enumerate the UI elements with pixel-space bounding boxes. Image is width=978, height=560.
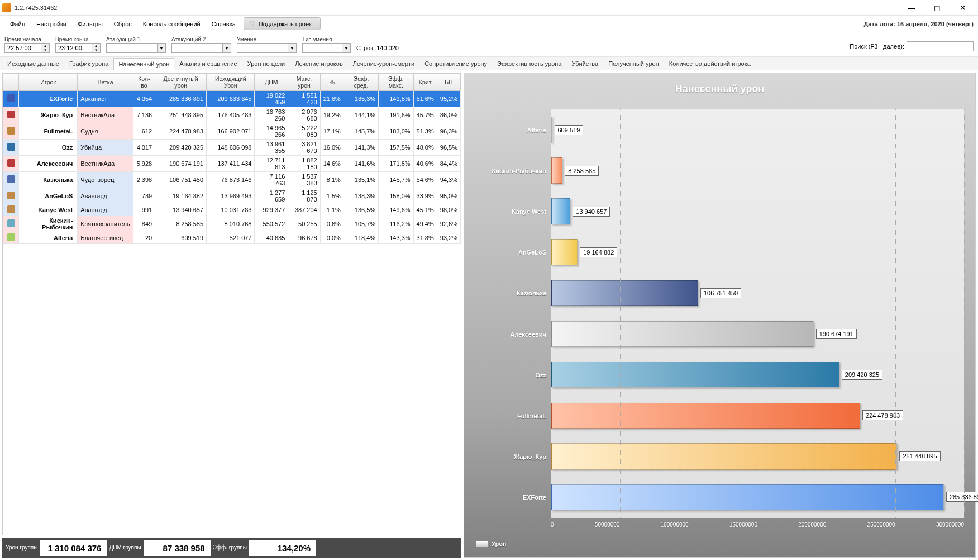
- attacker2-input[interactable]: [172, 44, 222, 52]
- table-row[interactable]: OzzУбийца4 017209 420 325148 606 09813 9…: [3, 140, 461, 156]
- skilltype-combo[interactable]: ▼: [302, 43, 351, 53]
- cell-max: 1 882 180: [288, 156, 320, 172]
- chart-ylabel: Жарю_Кур: [464, 437, 551, 477]
- chevron-down-icon[interactable]: ▼: [342, 44, 350, 52]
- cell-effmax: 157,5%: [379, 140, 413, 156]
- time-end-label: Время конца: [55, 36, 101, 42]
- col-header[interactable]: Игрок: [19, 74, 78, 91]
- attacker1-combo[interactable]: ▼: [106, 43, 166, 53]
- table-row[interactable]: Кискин-РыбочкинКлятвохранитель8498 258 5…: [3, 216, 461, 232]
- cell-effmax: 116,2%: [379, 216, 413, 232]
- cell-crit: 54,6%: [413, 172, 437, 188]
- cell-effmax: 145,7%: [379, 172, 413, 188]
- maximize-button[interactable]: ◻: [924, 0, 950, 16]
- tab-2[interactable]: Нанесенный урон: [113, 58, 174, 70]
- col-header[interactable]: Достигнутый урон: [155, 74, 207, 91]
- chart-xtick: 300000000: [936, 521, 964, 530]
- time-start-field[interactable]: [5, 44, 41, 52]
- cell-max: 3 821 670: [288, 140, 320, 156]
- class-icon: [7, 192, 15, 199]
- chart-bar: [551, 117, 552, 143]
- chevron-down-icon[interactable]: ▼: [157, 44, 165, 52]
- col-header[interactable]: Эфф. макс.: [379, 74, 413, 91]
- cell-branch: Чудотворец: [78, 172, 133, 188]
- table-row[interactable]: AnGeLoSАвангард73919 164 88213 969 4931 …: [3, 188, 461, 204]
- cell-reached: 609 519: [155, 232, 207, 244]
- attacker1-label: Атакующий 1: [106, 36, 166, 42]
- cell-reached: 106 751 450: [155, 172, 207, 188]
- cell-max: 1 537 380: [288, 172, 320, 188]
- cell-pct: 14,6%: [320, 156, 344, 172]
- cell-outgoing: 137 411 434: [207, 156, 255, 172]
- tab-4[interactable]: Урон по цели: [242, 58, 290, 70]
- tab-3[interactable]: Анализ и сравнение: [174, 58, 242, 70]
- menu-Справка[interactable]: Справка: [206, 17, 241, 31]
- table-row[interactable]: FullmetaLСудья612224 478 983166 902 0711…: [3, 123, 461, 140]
- col-header[interactable]: БП: [437, 74, 460, 91]
- tab-11[interactable]: Количество действий игрока: [664, 58, 756, 70]
- chevron-down-icon[interactable]: ▼: [288, 44, 296, 52]
- cell-bp: 98,0%: [437, 204, 460, 216]
- cell-effavg: 135,1%: [344, 172, 378, 188]
- skill-input[interactable]: [237, 44, 288, 52]
- group-dpm-label: ДПМ группы: [109, 545, 141, 551]
- menu-Файл[interactable]: Файл: [4, 17, 31, 31]
- log-date: Дата лога: 16 апреля, 2020 (четверг): [863, 21, 974, 27]
- chart-bar-label: 106 751 450: [700, 288, 741, 298]
- col-header[interactable]: Кол-во: [133, 74, 155, 91]
- cell-pct: 1,5%: [320, 188, 344, 204]
- spin-up-icon[interactable]: ▲: [41, 44, 49, 48]
- table-row[interactable]: АлексеевичВестникАда5 928190 674 191137 …: [3, 156, 461, 172]
- chevron-down-icon[interactable]: ▼: [222, 44, 231, 52]
- menu-Фильтры[interactable]: Фильтры: [72, 17, 108, 31]
- menu-Консоль сообщений[interactable]: Консоль сообщений: [137, 17, 206, 31]
- time-start-input[interactable]: ▲▼: [4, 43, 50, 53]
- spin-up-icon[interactable]: ▲: [92, 44, 100, 48]
- tab-6[interactable]: Лечение-урон-смерти: [348, 58, 419, 70]
- col-header[interactable]: Макс. урон: [288, 74, 320, 91]
- skill-combo[interactable]: ▼: [237, 43, 297, 53]
- close-button[interactable]: ✕: [950, 0, 976, 16]
- col-header[interactable]: %: [320, 74, 344, 91]
- chart-legend: Урон: [475, 540, 507, 547]
- time-end-field[interactable]: [56, 44, 92, 52]
- chart-xaxis: 0500000001000000001500000002000000002500…: [551, 521, 964, 530]
- table-row[interactable]: EXForteАрканист4 054285 336 891200 633 6…: [3, 91, 461, 107]
- col-header[interactable]: Крит: [413, 74, 437, 91]
- search-input[interactable]: [907, 41, 974, 51]
- col-header[interactable]: [3, 74, 19, 91]
- col-header[interactable]: Ветка: [78, 74, 133, 91]
- minimize-button[interactable]: —: [899, 0, 924, 16]
- tab-0[interactable]: Исходные данные: [2, 58, 64, 70]
- col-header[interactable]: Эфф. сред.: [344, 74, 378, 91]
- cell-count: 2 398: [133, 172, 155, 188]
- spin-down-icon[interactable]: ▼: [92, 48, 100, 52]
- spin-down-icon[interactable]: ▼: [41, 48, 49, 52]
- table-row[interactable]: Kanye WestАвангард99113 940 65710 031 78…: [3, 204, 461, 216]
- table-row[interactable]: Жарю_КурВестникАда7 136251 448 895176 40…: [3, 107, 461, 123]
- attacker1-input[interactable]: [107, 44, 157, 52]
- attacker2-combo[interactable]: ▼: [171, 43, 231, 53]
- table-row[interactable]: КазюлькаЧудотворец2 398106 751 45076 873…: [3, 172, 461, 188]
- cell-max: 50 255: [288, 216, 320, 232]
- skilltype-input[interactable]: [303, 44, 342, 52]
- chart-bar-label: 8 258 585: [565, 166, 599, 176]
- cell-branch: Авангард: [78, 188, 133, 204]
- col-header[interactable]: ДПМ: [255, 74, 288, 91]
- menu-Настройки[interactable]: Настройки: [31, 17, 72, 31]
- cell-branch: Клятвохранитель: [78, 216, 133, 232]
- table-row[interactable]: AlteriaБлагочестивец20609 519521 07740 6…: [3, 232, 461, 244]
- tab-5[interactable]: Лечение игроков: [290, 58, 348, 70]
- time-end-input[interactable]: ▲▼: [55, 43, 101, 53]
- cell-reached: 285 336 891: [155, 91, 207, 107]
- col-header[interactable]: Исходящий Урон: [207, 74, 255, 91]
- chart-bar-label: 190 674 191: [816, 329, 857, 339]
- tab-7[interactable]: Сопротивление урону: [419, 58, 492, 70]
- cell-outgoing: 200 633 645: [207, 91, 255, 107]
- tab-10[interactable]: Полученный урон: [603, 58, 664, 70]
- tab-1[interactable]: График урона: [64, 58, 113, 70]
- tab-9[interactable]: Убийства: [567, 58, 604, 70]
- menu-Сброс[interactable]: Сброс: [108, 17, 137, 31]
- donate-button[interactable]: ♡ Поддержать проект: [244, 17, 321, 30]
- tab-8[interactable]: Эффективность урона: [492, 58, 566, 70]
